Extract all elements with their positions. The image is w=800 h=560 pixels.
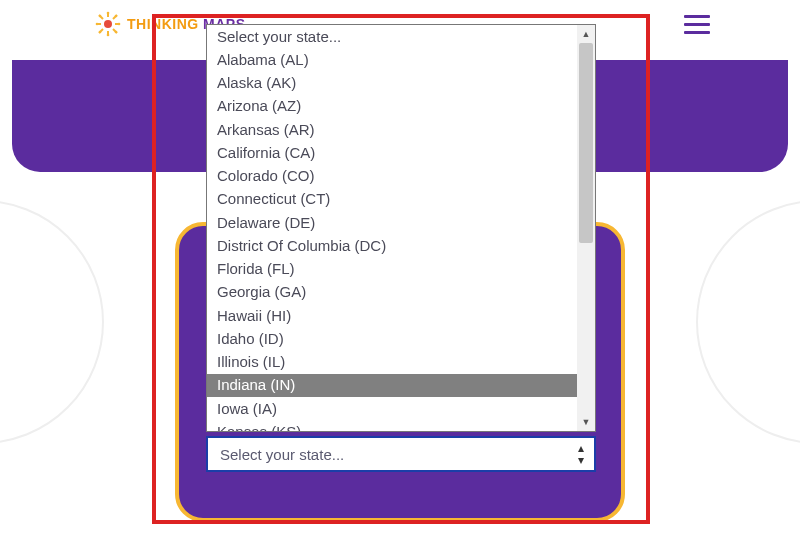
dropdown-option[interactable]: Select your state... bbox=[207, 25, 577, 48]
state-select-value: Select your state... bbox=[220, 446, 344, 463]
svg-point-9 bbox=[107, 12, 110, 15]
dropdown-option[interactable]: District Of Columbia (DC) bbox=[207, 234, 577, 257]
dropdown-option[interactable]: Illinois (IL) bbox=[207, 351, 577, 374]
svg-point-10 bbox=[107, 34, 110, 37]
dropdown-option[interactable]: Hawaii (HI) bbox=[207, 304, 577, 327]
svg-point-15 bbox=[115, 15, 118, 18]
scroll-down-icon[interactable]: ▼ bbox=[577, 413, 595, 431]
state-dropdown[interactable]: Select your state...Alabama (AL)Alaska (… bbox=[206, 24, 596, 432]
svg-point-16 bbox=[99, 31, 102, 34]
state-select[interactable]: Select your state... ▴▾ bbox=[206, 436, 596, 472]
scroll-thumb[interactable] bbox=[579, 43, 593, 243]
state-dropdown-list[interactable]: Select your state...Alabama (AL)Alaska (… bbox=[207, 25, 577, 431]
dropdown-option[interactable]: Alaska (AK) bbox=[207, 72, 577, 95]
menu-icon[interactable] bbox=[684, 15, 710, 34]
sun-icon bbox=[95, 11, 121, 37]
dropdown-option[interactable]: Kansas (KS) bbox=[207, 420, 577, 431]
updown-icon: ▴▾ bbox=[578, 442, 584, 466]
dropdown-option[interactable]: Idaho (ID) bbox=[207, 327, 577, 350]
dropdown-option[interactable]: Arizona (AZ) bbox=[207, 95, 577, 118]
dropdown-option[interactable]: Colorado (CO) bbox=[207, 165, 577, 188]
dropdown-option[interactable]: Alabama (AL) bbox=[207, 48, 577, 71]
dropdown-option[interactable]: Georgia (GA) bbox=[207, 281, 577, 304]
logo-text-thinking: THINKING bbox=[127, 16, 199, 32]
dropdown-option[interactable]: Indiana (IN) bbox=[207, 374, 577, 397]
scroll-up-icon[interactable]: ▲ bbox=[577, 25, 595, 43]
svg-point-14 bbox=[115, 31, 118, 34]
dropdown-option[interactable]: Arkansas (AR) bbox=[207, 118, 577, 141]
dropdown-option[interactable]: Connecticut (CT) bbox=[207, 188, 577, 211]
dropdown-option[interactable]: California (CA) bbox=[207, 141, 577, 164]
dropdown-option[interactable]: Delaware (DE) bbox=[207, 211, 577, 234]
dropdown-option[interactable]: Florida (FL) bbox=[207, 258, 577, 281]
svg-point-12 bbox=[118, 23, 121, 26]
svg-point-0 bbox=[104, 20, 112, 28]
svg-point-13 bbox=[99, 15, 102, 18]
svg-point-11 bbox=[96, 23, 99, 26]
scrollbar[interactable]: ▲ ▼ bbox=[577, 25, 595, 431]
dropdown-option[interactable]: Iowa (IA) bbox=[207, 397, 577, 420]
